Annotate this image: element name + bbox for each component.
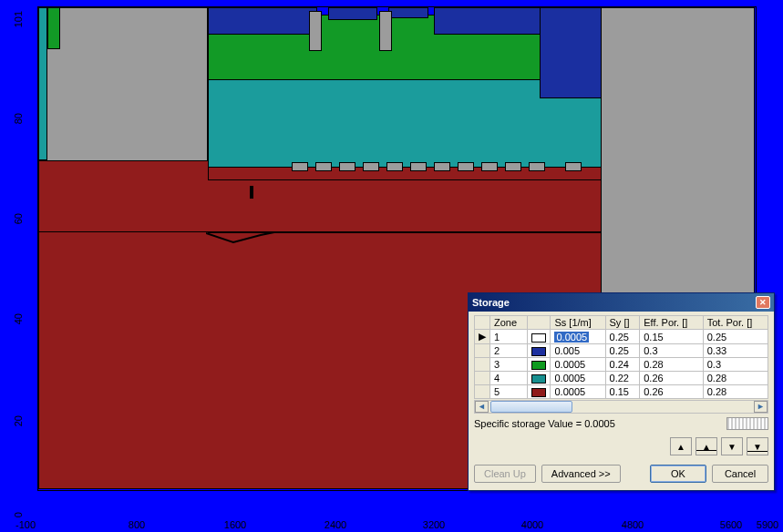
cell-color[interactable] <box>528 385 551 399</box>
cell-totpor[interactable]: 0.25 <box>703 330 768 344</box>
cancel-button[interactable]: Cancel <box>712 465 768 483</box>
cell-effpor[interactable]: 0.3 <box>640 344 704 358</box>
col-effpor[interactable]: Eff. Por. [] <box>640 316 704 330</box>
table-row[interactable]: 40.00050.220.260.28 <box>475 372 768 385</box>
hatch-indicator <box>726 417 768 430</box>
cell-sy[interactable]: 0.24 <box>605 358 640 372</box>
row-indicator <box>475 344 490 358</box>
y-tick: 40 <box>13 313 24 332</box>
nav-top-button[interactable]: ▲ <box>695 437 717 455</box>
x-tick: -100 <box>15 519 36 530</box>
y-tick: 20 <box>13 415 24 434</box>
ok-button[interactable]: OK <box>650 465 706 483</box>
marker <box>250 186 253 199</box>
cell-ss[interactable]: 0.0005 <box>551 372 605 385</box>
scroll-left-icon[interactable]: ◄ <box>475 401 489 413</box>
cell-totpor[interactable]: 0.28 <box>703 372 768 385</box>
col-ss[interactable]: Ss [1/m] <box>551 316 605 330</box>
row-indicator <box>475 372 490 385</box>
zone4-region <box>38 7 47 160</box>
table-row[interactable]: 30.00050.240.280.3 <box>475 358 768 372</box>
row-header-blank <box>475 316 490 330</box>
interface-line <box>38 231 208 232</box>
y-tick: 80 <box>13 113 24 131</box>
table-row[interactable]: 20.0050.250.30.33 <box>475 344 768 358</box>
x-tick: 4000 <box>521 519 543 530</box>
x-tick: 5900 <box>757 519 778 530</box>
advanced-button[interactable]: Advanced >> <box>541 465 621 483</box>
nav-bottom-button[interactable]: ▼ <box>747 437 768 455</box>
column-marker <box>379 11 392 51</box>
nav-down-button[interactable]: ▼ <box>721 437 743 455</box>
row-indicator <box>475 358 490 372</box>
horizontal-scrollbar[interactable]: ◄ ► <box>474 400 768 414</box>
cell-ss[interactable]: 0.0005 <box>551 385 605 399</box>
cell-effpor[interactable]: 0.26 <box>640 385 704 399</box>
col-zone[interactable]: Zone <box>490 316 528 330</box>
cell-sy[interactable]: 0.22 <box>605 372 640 385</box>
nav-buttons: ▲ ▲ ▼ ▼ <box>474 437 768 455</box>
cell-ss[interactable]: 0.005 <box>551 344 605 358</box>
zone3-region <box>47 7 60 49</box>
y-tick: 60 <box>13 213 24 231</box>
column-marker <box>309 11 322 51</box>
cell-effpor[interactable]: 0.15 <box>640 330 704 344</box>
x-tick: 2400 <box>325 519 346 530</box>
zone2-region <box>208 7 317 35</box>
storage-table[interactable]: Zone Ss [1/m] Sy [] Eff. Por. [] Tot. Po… <box>474 315 768 399</box>
x-tick: 5600 <box>720 519 742 530</box>
status-text: Specific storage Value = 0.0005 <box>474 418 615 429</box>
zone2-region <box>540 7 602 98</box>
cell-sy[interactable]: 0.15 <box>605 385 640 399</box>
table-row[interactable]: ▶10.00050.250.150.25 <box>475 330 768 344</box>
cell-color[interactable] <box>528 344 551 358</box>
close-icon[interactable]: ✕ <box>756 296 770 309</box>
boundary-markers <box>292 162 602 173</box>
cell-totpor[interactable]: 0.3 <box>703 358 768 372</box>
x-tick: 1600 <box>224 519 246 530</box>
x-tick: 3200 <box>423 519 445 530</box>
cell-effpor[interactable]: 0.26 <box>640 372 704 385</box>
col-color[interactable] <box>528 316 551 330</box>
cell-sy[interactable]: 0.25 <box>605 330 640 344</box>
cleanup-button[interactable]: Clean Up <box>474 465 536 483</box>
storage-dialog[interactable]: Storage ✕ Zone Ss [1/m] Sy [] Eff. Por. … <box>468 292 775 491</box>
col-sy[interactable]: Sy [] <box>605 316 640 330</box>
cell-zone[interactable]: 3 <box>490 358 528 372</box>
y-tick: 101 <box>13 11 24 29</box>
dialog-titlebar[interactable]: Storage ✕ <box>469 293 774 312</box>
row-indicator: ▶ <box>475 330 490 344</box>
cell-ss[interactable]: 0.0005 <box>551 330 605 344</box>
cell-totpor[interactable]: 0.33 <box>703 344 768 358</box>
table-row[interactable]: 50.00050.150.260.28 <box>475 385 768 399</box>
interface-dip <box>206 231 279 244</box>
col-totpor[interactable]: Tot. Por. [] <box>703 316 768 330</box>
zone2-region <box>388 7 428 18</box>
nav-up-button[interactable]: ▲ <box>670 437 692 455</box>
cell-zone[interactable]: 1 <box>490 330 528 344</box>
row-indicator <box>475 385 490 399</box>
cell-effpor[interactable]: 0.28 <box>640 358 704 372</box>
cell-sy[interactable]: 0.25 <box>605 344 640 358</box>
cell-totpor[interactable]: 0.28 <box>703 385 768 399</box>
x-tick: 800 <box>129 519 145 530</box>
zone2-region <box>328 7 377 20</box>
cell-color[interactable] <box>528 358 551 372</box>
dialog-title: Storage <box>472 297 510 308</box>
cell-zone[interactable]: 2 <box>490 344 528 358</box>
scroll-thumb[interactable] <box>490 401 572 413</box>
cell-zone[interactable]: 5 <box>490 385 528 399</box>
cell-ss[interactable]: 0.0005 <box>551 358 605 372</box>
cell-color[interactable] <box>528 372 551 385</box>
x-tick: 4800 <box>622 519 644 530</box>
cell-color[interactable] <box>528 330 551 344</box>
scroll-right-icon[interactable]: ► <box>754 401 768 413</box>
cell-zone[interactable]: 4 <box>490 372 528 385</box>
